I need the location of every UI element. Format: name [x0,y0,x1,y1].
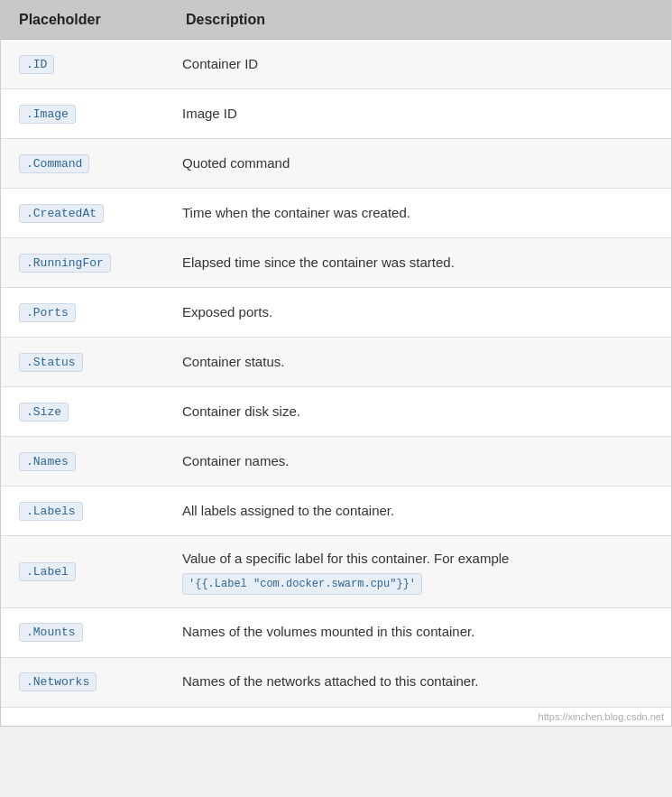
table-row: .IDContainer ID [1,40,671,89]
placeholder-badge: .Labels [19,502,83,521]
description-cell: Exposed ports. [168,288,671,337]
placeholder-badge: .Label [19,562,76,581]
description-text: Quoted command [182,153,290,174]
placeholder-badge: .Ports [19,303,76,322]
table-row: .LabelValue of a specific label for this… [1,536,671,608]
description-cell: Names of the volumes mounted in this con… [168,608,671,657]
table-row: .LabelsAll labels assigned to the contai… [1,487,671,536]
placeholder-cell: .ID [1,40,168,88]
placeholder-cell: .Status [1,338,168,386]
description-cell: All labels assigned to the container. [168,487,671,535]
placeholder-badge: .Status [19,353,83,372]
placeholder-cell: .Names [1,437,168,486]
description-cell: Quoted command [168,139,671,188]
description-text: Container names. [182,451,289,472]
table-header: Placeholder Description [1,1,671,40]
description-header: Description [186,12,653,28]
table-row: .ImageImage ID [1,89,671,139]
placeholder-badge: .RunningFor [19,254,111,273]
placeholder-table: Placeholder Description .IDContainer ID.… [0,0,672,727]
description-text: Value of a specific label for this conta… [182,549,509,570]
placeholder-cell: .Networks [1,658,168,707]
table-row: .RunningForElapsed time since the contai… [1,238,671,288]
placeholder-cell: .Label [1,536,168,607]
description-text: Time when the container was created. [182,203,410,224]
table-row: .NamesContainer names. [1,437,671,487]
placeholder-badge: .Command [19,154,89,173]
placeholder-cell: .Ports [1,288,168,337]
table-row: .CreatedAtTime when the container was cr… [1,189,671,238]
placeholder-cell: .Labels [1,487,168,535]
table-row: .PortsExposed ports. [1,288,671,338]
description-cell: Container disk size. [168,387,671,436]
description-text: Elapsed time since the container was sta… [182,253,455,273]
placeholder-badge: .Size [19,403,69,422]
table-row: .NetworksNames of the networks attached … [1,658,671,708]
description-cell: Image ID [168,89,671,138]
table-body: .IDContainer ID.ImageImage ID.CommandQuo… [1,40,671,708]
description-cell: Value of a specific label for this conta… [168,536,671,607]
description-cell: Container ID [168,40,671,88]
description-text: Image ID [182,104,237,125]
table-row: .CommandQuoted command [1,139,671,189]
table-row: .MountsNames of the volumes mounted in t… [1,608,671,658]
description-cell: Names of the networks attached to this c… [168,658,671,707]
description-cell: Time when the container was created. [168,189,671,237]
description-text: Container ID [182,54,258,75]
description-text: Container disk size. [182,402,300,422]
placeholder-badge: .Networks [19,672,97,691]
placeholder-badge: .Mounts [19,623,83,642]
placeholder-badge: .Image [19,105,76,124]
description-cell: Elapsed time since the container was sta… [168,238,671,287]
placeholder-cell: .Size [1,387,168,436]
placeholder-header: Placeholder [19,12,186,28]
placeholder-badge: .Names [19,452,76,471]
table-row: .StatusContainer status. [1,338,671,387]
description-text: Names of the volumes mounted in this con… [182,622,474,643]
description-text: Names of the networks attached to this c… [182,672,479,692]
placeholder-cell: .CreatedAt [1,189,168,237]
watermark: https://xinchen.blog.csdn.net [1,708,671,726]
code-example: '{{.Label "com.docker.swarm.cpu"}}' [182,573,422,595]
description-text: Container status. [182,352,284,373]
placeholder-cell: .Image [1,89,168,138]
placeholder-cell: .Mounts [1,608,168,657]
description-cell: Container status. [168,338,671,386]
placeholder-cell: .Command [1,139,168,188]
table-row: .SizeContainer disk size. [1,387,671,437]
description-text: Exposed ports. [182,302,272,323]
placeholder-cell: .RunningFor [1,238,168,287]
placeholder-badge: .CreatedAt [19,204,104,223]
description-text: All labels assigned to the container. [182,501,394,522]
placeholder-badge: .ID [19,55,54,74]
description-cell: Container names. [168,437,671,486]
